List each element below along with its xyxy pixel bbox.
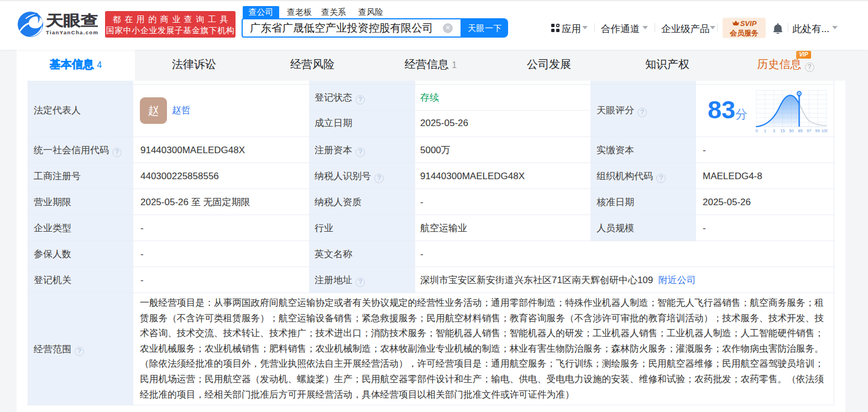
svg-text:99: 99 (815, 128, 819, 133)
svg-text:1: 1 (764, 128, 766, 133)
svg-text:97: 97 (807, 128, 811, 133)
svg-text:15: 15 (780, 128, 785, 133)
svg-text:3: 3 (773, 128, 775, 133)
svg-text:85: 85 (798, 128, 802, 133)
svg-text:100: 100 (822, 128, 828, 133)
svg-text:50: 50 (789, 128, 793, 133)
svg-text:0: 0 (755, 128, 757, 133)
